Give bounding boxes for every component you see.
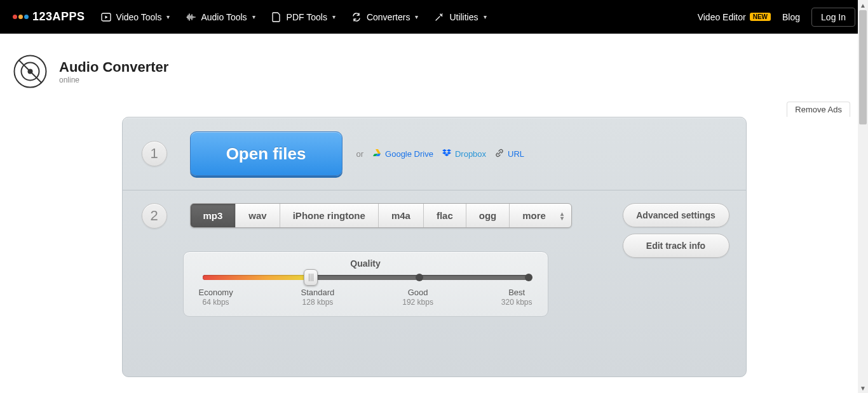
format-tab-wav[interactable]: wav	[236, 204, 280, 227]
play-square-icon	[101, 12, 111, 22]
step-1-row: 1 Open files or Google Drive Dropbox UR	[123, 117, 746, 190]
vertical-scrollbar[interactable]: ▲ ▼	[858, 0, 868, 393]
slider-stop	[525, 274, 532, 281]
url-link[interactable]: URL	[495, 149, 524, 159]
advanced-settings-button[interactable]: Advanced settings	[623, 203, 729, 227]
step-1-badge: 1	[142, 141, 167, 166]
svg-line-4	[19, 60, 41, 83]
open-files-button[interactable]: Open files	[190, 131, 342, 176]
quality-level-best: Best 320 kbps	[501, 288, 532, 307]
page-subtitle: online	[59, 76, 168, 84]
nav-converters[interactable]: Converters ▾	[351, 12, 418, 22]
slider-stop	[416, 274, 423, 281]
or-text: or	[356, 149, 364, 159]
tools-icon	[434, 12, 444, 22]
format-tab-flac[interactable]: flac	[424, 204, 466, 227]
logo-dots-icon	[13, 15, 29, 19]
dropbox-link[interactable]: Dropbox	[442, 149, 486, 159]
google-drive-icon	[372, 149, 381, 159]
chevron-down-icon: ▾	[166, 13, 170, 20]
login-button[interactable]: Log In	[811, 8, 855, 27]
audio-converter-icon	[13, 54, 48, 89]
chevron-down-icon: ▾	[332, 13, 336, 20]
chevron-down-icon: ▾	[484, 13, 487, 20]
nav-utilities[interactable]: Utilities ▾	[434, 12, 486, 22]
page-header: Audio Converter online	[0, 34, 868, 102]
format-tabs: mp3 wav iPhone ringtone m4a flac ogg mor…	[190, 203, 572, 228]
new-badge: NEW	[750, 13, 771, 21]
chevron-down-icon: ▾	[252, 13, 255, 20]
quality-title: Quality	[199, 258, 532, 269]
quality-labels: Economy 64 kbps Standard 128 kbps Good 1…	[199, 288, 532, 307]
slider-fill	[203, 275, 310, 280]
slider-thumb[interactable]	[304, 269, 318, 286]
nav-left: 123APPS Video Tools ▾ Audio Tools ▾ PDF …	[13, 10, 487, 23]
waveform-icon	[186, 12, 196, 22]
format-tab-ogg[interactable]: ogg	[466, 204, 510, 227]
blog-link[interactable]: Blog	[782, 12, 800, 22]
logo[interactable]: 123APPS	[13, 10, 85, 23]
quality-level-good: Good 192 kbps	[402, 288, 433, 307]
converter-panel: 1 Open files or Google Drive Dropbox UR	[122, 117, 747, 377]
video-editor-link[interactable]: Video Editor NEW	[698, 12, 771, 22]
format-tab-more[interactable]: more ▴▾	[510, 204, 571, 227]
logo-text: 123APPS	[32, 10, 85, 23]
remove-ads-wrap: Remove Ads	[0, 102, 868, 117]
quality-card: Quality Economy 64 kbps Standard 128 kbp…	[183, 251, 548, 317]
edit-track-info-button[interactable]: Edit track info	[623, 234, 729, 258]
header-text: Audio Converter online	[59, 59, 168, 84]
scrollbar-thumb[interactable]	[859, 10, 867, 124]
sort-arrows-icon: ▴▾	[560, 211, 564, 220]
nav-pdf-tools[interactable]: PDF Tools ▾	[271, 12, 336, 22]
quality-slider[interactable]	[203, 275, 529, 280]
dropbox-icon	[442, 149, 451, 159]
nav-right: Video Editor NEW Blog Log In	[698, 8, 855, 27]
format-tab-mp3[interactable]: mp3	[191, 204, 236, 227]
scroll-up-arrow-icon[interactable]: ▲	[858, 0, 868, 10]
nav-video-tools[interactable]: Video Tools ▾	[101, 12, 170, 22]
remove-ads-button[interactable]: Remove Ads	[787, 102, 850, 117]
step-2-badge: 2	[142, 203, 167, 229]
google-drive-link[interactable]: Google Drive	[372, 149, 433, 159]
file-icon	[271, 12, 281, 22]
quality-level-standard: Standard 128 kbps	[301, 288, 335, 307]
nav-audio-tools[interactable]: Audio Tools ▾	[186, 12, 255, 22]
convert-icon	[351, 12, 362, 22]
chevron-down-icon: ▾	[415, 13, 418, 20]
alt-sources: or Google Drive Dropbox URL	[356, 149, 525, 159]
side-buttons: Advanced settings Edit track info	[623, 203, 729, 258]
scroll-down-arrow-icon[interactable]: ▼	[858, 383, 868, 393]
format-tab-m4a[interactable]: m4a	[379, 204, 424, 227]
quality-level-economy: Economy 64 kbps	[199, 288, 233, 307]
top-nav: 123APPS Video Tools ▾ Audio Tools ▾ PDF …	[0, 0, 868, 34]
format-tab-iphone[interactable]: iPhone ringtone	[280, 204, 379, 227]
page-title: Audio Converter	[59, 59, 168, 76]
link-icon	[495, 149, 504, 159]
